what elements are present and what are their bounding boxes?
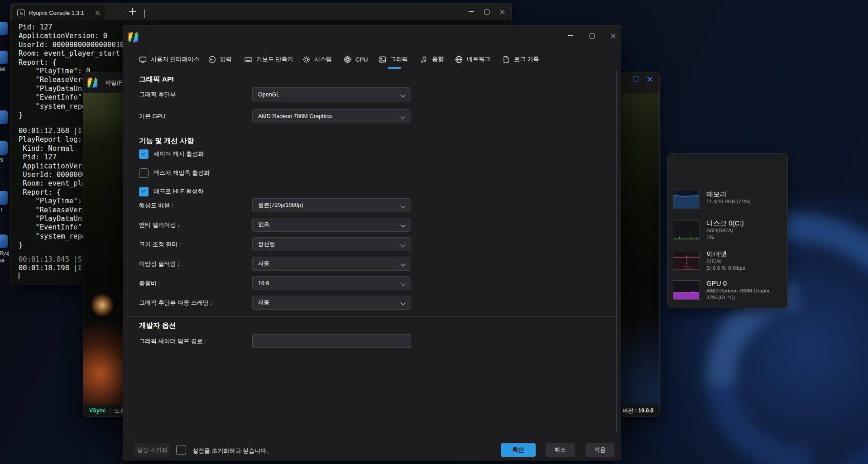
minimize-button[interactable]	[465, 5, 478, 19]
dialog-minimize-button[interactable]	[564, 29, 577, 43]
checkbox-label: 텍스처 재압축 활성화	[153, 169, 210, 177]
taskmgr-row-memory[interactable]: 메모리 11.4/16.0GB (71%)	[669, 187, 786, 212]
tab-hotkeys[interactable]: 키보드 단축키	[245, 51, 293, 67]
taskmgr-row-ethernet[interactable]: 이더넷 이더넷 S: 6.9 R: 0 Mbps	[669, 247, 786, 274]
desktop-icon[interactable]	[0, 191, 8, 205]
globe-icon	[455, 56, 463, 63]
tab-logging[interactable]: 로그 기록	[502, 51, 539, 67]
setting-label: 그래픽 후단부 다중 스레딩 :	[139, 296, 212, 310]
chevron-down-icon	[400, 261, 405, 266]
tab-audio[interactable]: 음향	[420, 51, 444, 67]
ethernet-graph-icon	[673, 251, 700, 270]
cancel-button[interactable]: 취소	[546, 443, 575, 457]
console-line: ApplicationVersi	[19, 162, 91, 171]
checkbox-label: 셰이더 캐시 활성화	[153, 150, 204, 158]
section-title: 개발자 옵션	[139, 321, 176, 330]
chevron-down-icon	[400, 281, 405, 286]
image-icon	[379, 56, 386, 63]
tab-system[interactable]: 시스템	[302, 51, 332, 67]
console-line: "system_repor	[19, 232, 91, 241]
section-title: 기능 및 개선 사항	[139, 136, 194, 146]
taskmgr-detail: SSD(SATA)	[706, 227, 744, 234]
active-tab-indicator	[388, 67, 401, 69]
keyboard-icon	[245, 56, 252, 63]
resolution-scale-select[interactable]: 원본(720p/1080p)	[252, 198, 411, 212]
tab-label: 입력	[220, 55, 232, 63]
taskmanager-panel: CPU 41% 3.79GHz 메모리 11.4/16.0GB (71%)	[667, 153, 788, 308]
tab-dropdown-icon[interactable]	[144, 10, 145, 18]
section-title: 그래픽 API	[139, 75, 174, 84]
maximize-button[interactable]	[480, 5, 494, 19]
tab-user-interface[interactable]: 사용자 인터페이스	[139, 51, 200, 67]
ok-button[interactable]: 확인	[501, 443, 536, 457]
console-line: UserId: 0000000	[19, 171, 91, 179]
tab-label: 시스템	[314, 55, 332, 63]
macro-hle-checkbox[interactable]: 매크로 HLE 활성화	[139, 187, 204, 196]
backend-multithreading-select[interactable]: 자동	[252, 296, 411, 310]
confirm-reset-checkbox[interactable]	[176, 445, 186, 455]
anisotropic-filtering-select[interactable]: 자동	[252, 257, 411, 271]
select-value: 쌍선형	[258, 240, 275, 248]
console-line: Room: event_player_start	[19, 49, 124, 58]
tab-graphics[interactable]: 그래픽	[379, 51, 408, 67]
console-line: Pid: 127	[19, 23, 124, 32]
console-line: Report: {	[19, 188, 91, 197]
shader-dump-path-input[interactable]	[252, 334, 411, 348]
tab-label: 사용자 인터페이스	[151, 55, 200, 63]
confirm-reset-label: 설정을 초기화하고 싶습니다.	[192, 447, 268, 455]
desktop-icon[interactable]	[0, 141, 8, 155]
terminal-titlebar[interactable]: Ryujinx Console 1.3.1	[10, 3, 512, 20]
aspect-ratio-select[interactable]: 16:9	[252, 276, 411, 290]
setting-label: 해상도 배율 :	[139, 198, 173, 212]
console-line: "ReleaseVersi	[19, 206, 91, 215]
game-close-icon[interactable]	[647, 76, 653, 82]
select-value: AMD Radeon 780M Graphics	[258, 113, 332, 120]
select-value: 원본(720p/1080p)	[258, 201, 303, 209]
desktop-icon[interactable]	[0, 51, 8, 64]
taskmgr-detail: S: 6.9 R: 0 Mbps	[706, 265, 745, 272]
graphics-backend-select[interactable]: OpenGL	[252, 87, 411, 101]
desktop-icon[interactable]	[0, 110, 8, 124]
setting-label: 앤티 앨리어싱 :	[139, 218, 179, 232]
tab-input[interactable]: 입력	[208, 51, 232, 67]
taskmgr-title: GPU 0	[706, 279, 773, 287]
taskmgr-row-gpu[interactable]: GPU 0 AMD Radeon 780M Graphi... 37% (51 …	[669, 276, 786, 304]
dialog-close-button[interactable]	[606, 29, 620, 43]
cmd-icon	[17, 10, 25, 16]
reset-settings-button[interactable]: 설정 초기화	[134, 443, 170, 457]
desktop-icon[interactable]	[0, 234, 8, 248]
console-line: 00:01:12.368 |I|	[19, 127, 91, 135]
cpu-icon	[344, 56, 351, 63]
shader-cache-checkbox[interactable]: 셰이더 캐시 활성화	[139, 149, 204, 159]
menu-file[interactable]: 파일(F)	[105, 79, 125, 87]
console-line: "EventInfo":	[19, 223, 91, 232]
note-icon	[420, 56, 428, 63]
taskmgr-detail: 이더넷	[706, 258, 745, 265]
anti-aliasing-select[interactable]: 없음	[252, 218, 411, 232]
apply-button[interactable]: 적용	[585, 443, 614, 457]
tab-cpu[interactable]: CPU	[344, 51, 368, 67]
taskmgr-detail: 37% (51 °C)	[706, 294, 773, 301]
game-maximize-icon[interactable]	[633, 76, 638, 81]
dialog-maximize-button[interactable]	[585, 29, 599, 43]
taskmgr-row-disk[interactable]: 디스크 0(C:) SSD(SATA) 1%	[669, 216, 786, 244]
checkbox-checked-icon	[139, 149, 149, 159]
taskmgr-title: 이더넷	[706, 249, 745, 258]
tab-network[interactable]: 네트워크	[455, 51, 490, 67]
texture-recompression-checkbox[interactable]: 텍스처 재압축 활성화	[139, 168, 210, 178]
close-button[interactable]	[495, 5, 509, 19]
tab-label: 키보드 단축키	[256, 55, 293, 63]
terminal-tab[interactable]: Ryujinx Console 1.3.1	[13, 5, 105, 20]
tab-close-icon[interactable]	[95, 10, 101, 16]
vsync-toggle[interactable]: VSync	[89, 407, 106, 414]
checkbox-unchecked-icon	[139, 168, 149, 178]
chevron-down-icon	[400, 222, 405, 227]
scaling-filter-select[interactable]: 쌍선형	[252, 237, 411, 251]
statusbar-separator: |	[110, 407, 111, 414]
console-line: Pid: 127	[19, 153, 91, 162]
tab-label: CPU	[355, 56, 368, 63]
console-line: UserId: 00000000000000010	[19, 41, 124, 49]
preferred-gpu-select[interactable]: AMD Radeon 780M Graphics	[252, 109, 411, 123]
desktop-icon[interactable]	[0, 22, 8, 35]
new-tab-button[interactable]	[129, 8, 136, 15]
